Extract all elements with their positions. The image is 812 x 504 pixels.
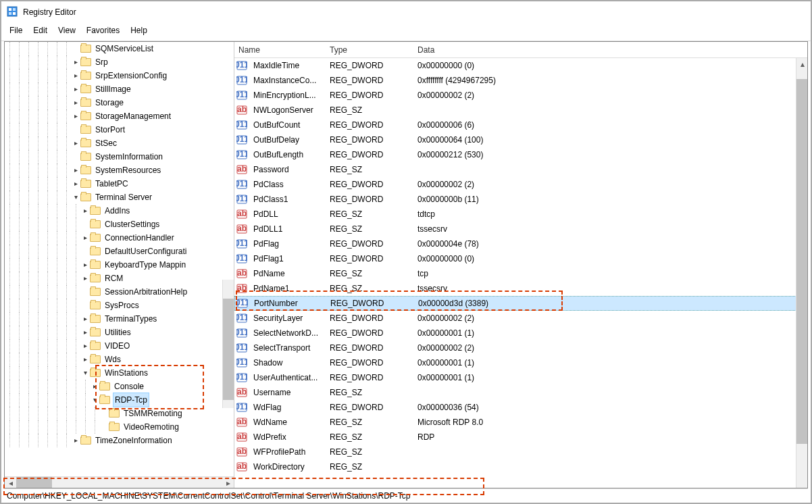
tree-node-keyboardtype-mappin[interactable]: ▸KeyboardType Mappin [5,258,234,272]
column-name[interactable]: Name [234,45,326,55]
expand-icon[interactable]: ▸ [71,82,80,96]
tree-node-rcm[interactable]: ▸RCM [5,272,234,285]
expand-icon[interactable]: ▸ [71,96,80,109]
tree-label: Srp [94,55,108,69]
expand-icon[interactable]: ▸ [71,163,80,177]
value-row-wdname[interactable]: abWdNameREG_SZMicrosoft RDP 8.0 [234,415,807,430]
value-row-password[interactable]: abPasswordREG_SZ [234,162,807,177]
expand-icon[interactable]: ▸ [80,204,90,218]
tree-node-defaultuserconfigurati[interactable]: DefaultUserConfigurati [5,245,234,258]
tree-node-sysprocs[interactable]: SysProcs [5,299,234,312]
value-row-maxidletime[interactable]: 011MaxIdleTimeREG_DWORD0x00000000 (0) [234,58,807,73]
list-pane[interactable]: Name Type Data 011MaxIdleTimeREG_DWORD0x… [234,42,807,488]
value-row-pddll[interactable]: abPdDLLREG_SZtdtcp [234,207,807,222]
expand-icon[interactable]: ▸ [80,326,90,339]
value-row-outbufdelay[interactable]: 011OutBufDelayREG_DWORD0x00000064 (100) [234,132,807,147]
expand-icon[interactable]: ▸ [71,69,80,82]
tree-node-stsec[interactable]: ▸StSec [5,136,234,150]
expand-icon[interactable]: ▸ [71,136,80,150]
tree-node-rdp-tcp[interactable]: ▾RDP-Tcp [5,393,234,407]
tree-node-sqmservicelist[interactable]: SQMServiceList [5,42,234,55]
expand-icon[interactable]: ▸ [90,380,99,393]
tree-node-sessionarbitrationhelp[interactable]: SessionArbitrationHelp [5,285,234,299]
svg-text:011: 011 [236,149,247,159]
tree-pane[interactable]: SQMServiceList▸Srp▸SrpExtensionConfig▸St… [5,42,234,488]
tree-node-srpextensionconfig[interactable]: ▸SrpExtensionConfig [5,69,234,82]
expand-icon[interactable]: ▾ [71,191,80,204]
expand-icon[interactable]: ▸ [80,231,90,245]
value-row-pdflag[interactable]: 011PdFlagREG_DWORD0x0000004e (78) [234,236,807,251]
scroll-up-icon[interactable]: ▴ [796,58,807,70]
expand-icon[interactable]: ▾ [90,393,99,407]
value-row-maxinstanceco-[interactable]: 011MaxInstanceCo...REG_DWORD0xffffffff (… [234,73,807,88]
tree-node-systemresources[interactable]: ▸SystemResources [5,163,234,177]
expand-icon[interactable]: ▸ [80,353,90,366]
menu-help[interactable]: Help [126,24,151,36]
value-row-userauthenticat-[interactable]: 011UserAuthenticat...REG_DWORD0x00000001… [234,370,807,385]
menu-edit[interactable]: Edit [29,24,51,36]
expand-icon[interactable]: ▸ [80,312,90,326]
value-row-nwlogonserver[interactable]: abNWLogonServerREG_SZ [234,103,807,118]
tree-node-console[interactable]: ▸Console [5,380,234,393]
value-row-workdirectory[interactable]: abWorkDirectoryREG_SZ [234,459,807,474]
tree-node-videoremoting[interactable]: VideoRemoting [5,420,234,434]
expand-icon[interactable]: ▸ [71,434,80,447]
expand-icon[interactable]: ▸ [80,272,90,285]
value-row-pdflag1[interactable]: 011PdFlag1REG_DWORD0x00000000 (0) [234,251,807,266]
tree-node-tsmmremoting[interactable]: TSMMRemoting [5,407,234,420]
value-row-outbufcount[interactable]: 011OutBufCountREG_DWORD0x00000006 (6) [234,118,807,132]
value-row-pdclass1[interactable]: 011PdClass1REG_DWORD0x0000000b (11) [234,192,807,207]
tree-node-tabletpc[interactable]: ▸TabletPC [5,177,234,191]
tree-node-storage[interactable]: ▸Storage [5,96,234,109]
value-row-pdname1[interactable]: abPdName1REG_SZtssecsrv [234,281,807,296]
expand-icon[interactable]: ▸ [71,55,80,69]
tree-node-systeminformation[interactable]: SystemInformation [5,150,234,163]
expand-icon[interactable]: ▸ [80,258,90,272]
scroll-left-icon[interactable]: ◂ [5,477,16,488]
value-row-pdclass[interactable]: 011PdClassREG_DWORD0x00000002 (2) [234,177,807,192]
tree-vscrollbar[interactable] [222,280,234,408]
tree-node-storagemanagement[interactable]: ▸StorageManagement [5,109,234,123]
tree-node-storport[interactable]: StorPort [5,123,234,136]
tree-node-terminal-server[interactable]: ▾Terminal Server [5,191,234,204]
value-row-shadow[interactable]: 011ShadowREG_DWORD0x00000001 (1) [234,355,807,370]
value-row-securitylayer[interactable]: 011SecurityLayerREG_DWORD0x00000002 (2) [234,311,807,326]
tree-node-winstations[interactable]: ▾WinStations [5,366,234,380]
tree-node-stillimage[interactable]: ▸StillImage [5,82,234,96]
tree-node-utilities[interactable]: ▸Utilities [5,326,234,339]
value-row-wfprofilepath[interactable]: abWFProfilePathREG_SZ [234,445,807,459]
expand-icon[interactable]: ▸ [71,177,80,191]
value-row-username[interactable]: abUsernameREG_SZ [234,385,807,400]
tree-node-video[interactable]: ▸VIDEO [5,339,234,353]
expand-icon[interactable]: ▸ [71,109,80,123]
column-type[interactable]: Type [326,45,413,55]
tree-node-clustersettings[interactable]: ClusterSettings [5,218,234,231]
value-row-pddll1[interactable]: abPdDLL1REG_SZtssecsrv [234,222,807,236]
tree-node-connectionhandler[interactable]: ▸ConnectionHandler [5,231,234,245]
value-row-wdflag[interactable]: 011WdFlagREG_DWORD0x00000036 (54) [234,400,807,415]
tree-hscrollbar[interactable]: ◂ ▸ [5,476,234,488]
value-icon: 011 [234,357,249,368]
value-row-pdname[interactable]: abPdNameREG_SZtcp [234,266,807,281]
expand-icon[interactable]: ▸ [80,339,90,353]
expand-icon[interactable]: ▾ [80,366,90,380]
value-row-selectnetworkd-[interactable]: 011SelectNetworkD...REG_DWORD0x00000001 … [234,326,807,341]
tree-node-addins[interactable]: ▸AddIns [5,204,234,218]
tree-node-terminaltypes[interactable]: ▸TerminalTypes [5,312,234,326]
scroll-right-icon[interactable]: ▸ [222,477,234,488]
value-row-selecttransport[interactable]: 011SelectTransportREG_DWORD0x00000002 (2… [234,341,807,355]
tree-node-timezoneinformation[interactable]: ▸TimeZoneInformation [5,434,234,447]
value-row-portnumber[interactable]: 011PortNumberREG_DWORD0x00000d3d (3389) [234,296,807,311]
menu-view[interactable]: View [54,24,80,36]
value-row-outbuflength[interactable]: 011OutBufLengthREG_DWORD0x00000212 (530) [234,147,807,162]
value-row-wdprefix[interactable]: abWdPrefixREG_SZRDP [234,430,807,445]
value-row-minencryptionl-[interactable]: 011MinEncryptionL...REG_DWORD0x00000002 … [234,88,807,103]
tree-node-srp[interactable]: ▸Srp [5,55,234,69]
tree-node-wds[interactable]: ▸Wds [5,353,234,366]
svg-text:ab: ab [237,387,247,397]
list-header[interactable]: Name Type Data [234,42,807,58]
menu-favorites[interactable]: Favorites [82,24,124,36]
column-data[interactable]: Data [413,45,807,55]
menu-file[interactable]: File [5,24,26,36]
list-vscrollbar[interactable]: ▴ [796,58,807,488]
